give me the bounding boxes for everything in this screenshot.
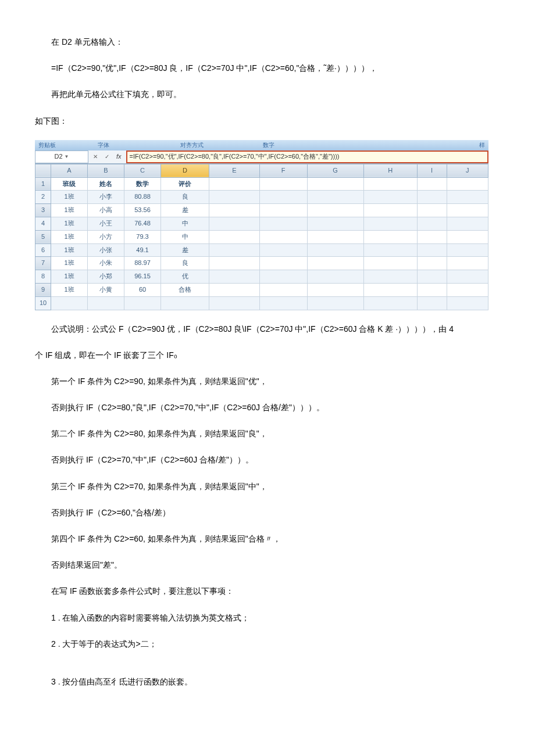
cell[interactable] bbox=[259, 283, 307, 296]
cell[interactable]: 小王 bbox=[88, 217, 124, 230]
cell[interactable]: 1班 bbox=[51, 230, 88, 243]
cell[interactable] bbox=[447, 283, 488, 296]
cell[interactable] bbox=[363, 191, 417, 204]
cell[interactable] bbox=[363, 283, 417, 296]
cell[interactable] bbox=[417, 243, 447, 257]
cell[interactable]: 1班 bbox=[51, 257, 88, 270]
cell[interactable]: 76.48 bbox=[124, 217, 161, 230]
cell[interactable] bbox=[161, 296, 209, 310]
cell[interactable]: 1班 bbox=[51, 243, 88, 257]
select-all-cell[interactable] bbox=[35, 164, 51, 177]
cell[interactable] bbox=[209, 191, 260, 204]
cell[interactable]: 88.97 bbox=[124, 257, 161, 270]
cell[interactable] bbox=[447, 217, 488, 230]
cell[interactable]: 小李 bbox=[88, 191, 124, 204]
cell[interactable] bbox=[363, 296, 417, 310]
col-header-b[interactable]: B bbox=[88, 164, 124, 177]
col-header-f[interactable]: F bbox=[259, 164, 307, 177]
cell[interactable] bbox=[209, 243, 260, 257]
cell[interactable] bbox=[417, 257, 447, 270]
cell[interactable] bbox=[307, 270, 363, 284]
cell[interactable] bbox=[363, 243, 417, 257]
cell[interactable]: 良 bbox=[161, 191, 209, 204]
col-header-a[interactable]: A bbox=[51, 164, 88, 177]
cell[interactable]: 60 bbox=[124, 283, 161, 296]
cell[interactable] bbox=[259, 243, 307, 257]
cell[interactable] bbox=[209, 296, 260, 310]
row-header[interactable]: 7 bbox=[35, 257, 51, 270]
cell[interactable] bbox=[417, 283, 447, 296]
row-header[interactable]: 10 bbox=[35, 296, 51, 310]
fx-icon[interactable]: fx bbox=[114, 151, 124, 163]
cell[interactable]: 49.1 bbox=[124, 243, 161, 257]
cell[interactable] bbox=[259, 217, 307, 230]
name-box[interactable]: D2 ▼ bbox=[35, 151, 88, 163]
col-header-h[interactable]: H bbox=[363, 164, 417, 177]
cell[interactable] bbox=[417, 191, 447, 204]
cell[interactable] bbox=[307, 257, 363, 270]
cell[interactable]: 班级 bbox=[51, 177, 88, 191]
cell[interactable] bbox=[259, 296, 307, 310]
check-icon[interactable]: ✓ bbox=[102, 152, 112, 162]
cell[interactable]: 差 bbox=[161, 204, 209, 217]
cell[interactable] bbox=[51, 296, 88, 310]
cell[interactable]: 小张 bbox=[88, 243, 124, 257]
cell[interactable] bbox=[363, 204, 417, 217]
cell[interactable] bbox=[209, 283, 260, 296]
cell[interactable] bbox=[124, 296, 161, 310]
ribbon-style[interactable]: 样 bbox=[476, 140, 488, 151]
cell[interactable] bbox=[447, 243, 488, 257]
cell[interactable] bbox=[447, 296, 488, 310]
row-header[interactable]: 3 bbox=[35, 204, 51, 217]
cell[interactable]: 1班 bbox=[51, 217, 88, 230]
cell[interactable] bbox=[259, 177, 307, 191]
cell[interactable] bbox=[259, 191, 307, 204]
cell[interactable]: 小高 bbox=[88, 204, 124, 217]
spreadsheet-grid[interactable]: A B C D E F G H I J 1 班级 姓名 数学 评价 2 1班 小… bbox=[35, 164, 488, 310]
cell[interactable] bbox=[447, 270, 488, 284]
cell[interactable]: 1班 bbox=[51, 204, 88, 217]
cell[interactable] bbox=[209, 177, 260, 191]
cell[interactable] bbox=[209, 204, 260, 217]
cell[interactable] bbox=[447, 204, 488, 217]
col-header-i[interactable]: I bbox=[417, 164, 447, 177]
row-header[interactable]: 5 bbox=[35, 230, 51, 243]
cell[interactable] bbox=[209, 257, 260, 270]
ribbon-number[interactable]: 数字 bbox=[259, 140, 278, 151]
col-header-e[interactable]: E bbox=[209, 164, 260, 177]
cell[interactable] bbox=[417, 230, 447, 243]
cell[interactable] bbox=[209, 217, 260, 230]
cell[interactable] bbox=[307, 243, 363, 257]
cell[interactable]: 中 bbox=[161, 217, 209, 230]
formula-input[interactable]: =IF(C2>=90,"优",IF(C2>=80,"良",IF(C2>=70,"… bbox=[126, 151, 488, 163]
cell[interactable] bbox=[417, 296, 447, 310]
cell[interactable] bbox=[209, 270, 260, 284]
cell[interactable]: 小郑 bbox=[88, 270, 124, 284]
cell[interactable] bbox=[363, 270, 417, 284]
cell[interactable]: 小方 bbox=[88, 230, 124, 243]
cell[interactable]: 53.56 bbox=[124, 204, 161, 217]
ribbon-clipboard[interactable]: 剪贴板 bbox=[35, 140, 59, 151]
cell[interactable]: 姓名 bbox=[88, 177, 124, 191]
cell[interactable] bbox=[363, 230, 417, 243]
cell[interactable] bbox=[307, 230, 363, 243]
row-header[interactable]: 2 bbox=[35, 191, 51, 204]
cell[interactable]: 79.3 bbox=[124, 230, 161, 243]
cell[interactable] bbox=[259, 257, 307, 270]
cell[interactable]: 良 bbox=[161, 257, 209, 270]
cell[interactable] bbox=[307, 204, 363, 217]
col-header-j[interactable]: J bbox=[447, 164, 488, 177]
col-header-g[interactable]: G bbox=[307, 164, 363, 177]
cell[interactable] bbox=[259, 230, 307, 243]
cell[interactable]: 差 bbox=[161, 243, 209, 257]
cell[interactable] bbox=[259, 204, 307, 217]
ribbon-align[interactable]: 对齐方式 bbox=[177, 140, 207, 151]
cell[interactable]: 评价 bbox=[161, 177, 209, 191]
cell[interactable] bbox=[307, 177, 363, 191]
cell[interactable] bbox=[417, 204, 447, 217]
col-header-c[interactable]: C bbox=[124, 164, 161, 177]
cell[interactable] bbox=[417, 270, 447, 284]
cell[interactable] bbox=[363, 177, 417, 191]
cell[interactable] bbox=[259, 270, 307, 284]
row-header[interactable]: 8 bbox=[35, 270, 51, 284]
